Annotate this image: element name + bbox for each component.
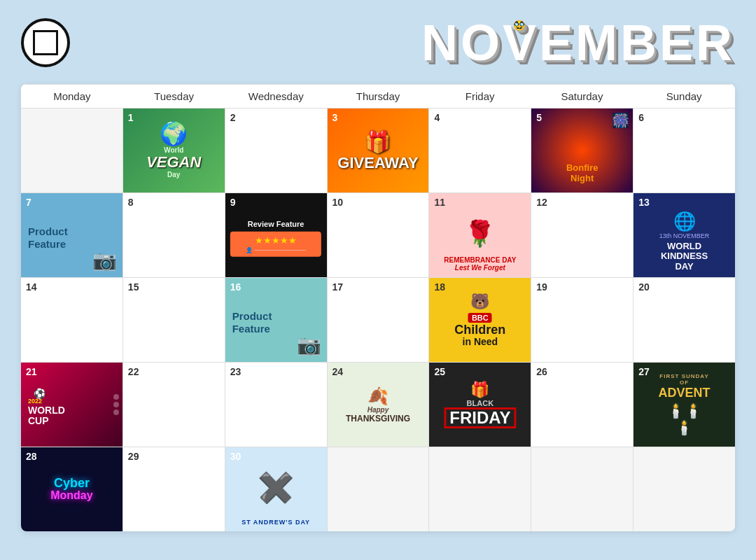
calendar-cell: 14 (21, 278, 122, 362)
calendar-cell: 19 (531, 278, 633, 362)
nov-text: NO V 🥸 EMBER (421, 14, 735, 71)
calendar-cell: 12 (531, 193, 633, 277)
calendar-cell: 10 (328, 193, 429, 277)
review-content: Review Feature ★★★★★ 👤 ───────────── (230, 220, 321, 257)
day-number: 3 (332, 112, 338, 123)
bonfire-text: BonfireNight (566, 162, 598, 184)
calendar-cell (328, 447, 429, 531)
day-number: 6 (638, 112, 644, 123)
calendar-cell: 3 🎁 GIVEAWAY (328, 108, 429, 192)
vegan-day-content: 🌍 World VEGAN Day (146, 122, 201, 178)
day-number: 2 (230, 112, 236, 123)
calendar-cell: 11🌹 REMEMBRANCE DAYLest We Forget (429, 193, 531, 277)
thanksgiving-content: 🍂 Happy THANKSGIVING (346, 386, 410, 424)
camera-icon-16: 📷 (297, 333, 321, 356)
worldcup-content: ⚽ 2022 WORLDCUP (28, 383, 65, 427)
calendar-cell: 23 (225, 363, 327, 447)
calendar-cell: 2 (225, 108, 327, 192)
day-number: 1 (128, 112, 134, 123)
day-number: 30 (230, 451, 241, 462)
remembrance-text: REMEMBRANCE DAYLest We Forget (444, 256, 516, 272)
calendar-cell: 15 (123, 278, 225, 362)
calendar-cell: 6 (634, 108, 735, 192)
calendar-cell: 26 (531, 363, 633, 447)
kindness-content: 🌐 13th NOVEMBER WORLDKINDNESSDAY (659, 211, 710, 272)
day-number: 4 (434, 112, 440, 123)
day-number: 20 (638, 281, 650, 293)
day-number: 28 (26, 451, 37, 462)
days-of-week: MondayTuesdayWednesdayThursdayFridaySatu… (21, 85, 735, 108)
calendar-cell: 5🎆 BonfireNight (531, 108, 633, 192)
day-number: 23 (230, 366, 241, 377)
day-number: 11 (434, 197, 445, 208)
day-number: 13 (638, 197, 650, 208)
logo-circle (21, 18, 70, 67)
calendar-cell: 29 (123, 447, 225, 531)
day-number: 8 (128, 197, 134, 208)
day-header: Sunday (633, 85, 735, 108)
calendar-cell: 8 (123, 193, 225, 277)
day-number: 16 (230, 281, 241, 293)
day-header: Saturday (531, 85, 634, 108)
calendar-cell (531, 447, 633, 531)
standrew-text: ST ANDREW'S DAY (241, 519, 310, 526)
logo-letter (33, 30, 58, 55)
product-feature-16-content: ProductFeature (232, 310, 272, 335)
cyber-content: Cyber Monday (50, 477, 92, 502)
calendar-cell: 9 Review Feature ★★★★★ 👤 ───────────── (225, 193, 327, 277)
month-title: NO V 🥸 EMBER (421, 14, 735, 71)
calendar-cell: 17 (328, 278, 429, 362)
day-number: 21 (26, 366, 37, 377)
calendar-cell: 7 ProductFeature 📷 (21, 193, 122, 277)
day-number: 5 (536, 112, 542, 123)
calendar-cell (21, 108, 122, 192)
page-header: NO V 🥸 EMBER (21, 14, 735, 71)
day-number: 24 (332, 366, 344, 377)
soccer-icon: ⚽ (34, 388, 46, 399)
calendar-cell (634, 447, 735, 531)
day-number: 27 (638, 366, 650, 377)
day-header: Tuesday (123, 85, 225, 108)
day-header: Wednesday (225, 85, 327, 108)
day-number: 29 (128, 451, 139, 462)
calendar-cell: 16 ProductFeature 📷 (225, 278, 327, 362)
day-number: 10 (332, 197, 344, 208)
saltire-flag: ✖️ (258, 470, 294, 505)
day-number: 12 (536, 197, 547, 208)
fireworks-icon: 🎆 (612, 112, 629, 129)
calendar-cell: 25 🎁 BLACK FRIDAY (429, 363, 531, 447)
product-feature-content: ProductFeature (28, 225, 68, 251)
blackfriday-content: 🎁 BLACK FRIDAY (444, 381, 516, 428)
calendar-cell: 1 🌍 World VEGAN Day (123, 108, 225, 192)
day-number: 22 (128, 366, 139, 377)
calendar-cell: 13 🌐 13th NOVEMBER WORLDKINDNESSDAY (634, 193, 735, 277)
day-number: 14 (26, 281, 37, 293)
calendar-cell: 21 ⚽ 2022 WORLDCUP (21, 363, 122, 447)
calendar: MondayTuesdayWednesdayThursdayFridaySatu… (21, 84, 735, 531)
day-number: 18 (434, 281, 445, 293)
calendar-cell: 30✖️ ST ANDREW'S DAY (225, 447, 327, 531)
calendar-cell: 18 🐻 BBC Children in Need (429, 278, 531, 362)
children-need-content: 🐻 BBC Children in Need (454, 293, 505, 347)
calendar-cell: 27 FIRST SUNDAY OF ADVENT 🕯️🕯️🕯️ (634, 363, 735, 447)
day-number: 7 (26, 197, 31, 208)
day-header: Thursday (327, 85, 429, 108)
day-header: Monday (21, 85, 123, 108)
day-number: 26 (536, 366, 547, 377)
calendar-cell: 4 (429, 108, 531, 192)
day-number: 19 (536, 281, 547, 293)
day-header: Friday (429, 85, 531, 108)
advent-content: FIRST SUNDAY OF ADVENT 🕯️🕯️🕯️ (659, 373, 710, 436)
poppy-icon: 🌹 (464, 219, 496, 248)
logo-area (21, 18, 78, 67)
calendar-cell: 24 🍂 Happy THANKSGIVING (328, 363, 429, 447)
calendar-cell (429, 447, 531, 531)
day-number: 17 (332, 281, 344, 293)
day-number: 25 (434, 366, 445, 377)
page-container: NO V 🥸 EMBER MondayTuesdayWednesdayThurs… (0, 0, 756, 545)
day-number: 15 (128, 281, 139, 293)
calendar-cell: 28 Cyber Monday (21, 447, 122, 531)
camera-icon: 📷 (92, 248, 117, 272)
calendar-grid: 1 🌍 World VEGAN Day 23 🎁 GIVEAWAY 45🎆 Bo… (21, 108, 735, 531)
calendar-cell: 22 (123, 363, 225, 447)
